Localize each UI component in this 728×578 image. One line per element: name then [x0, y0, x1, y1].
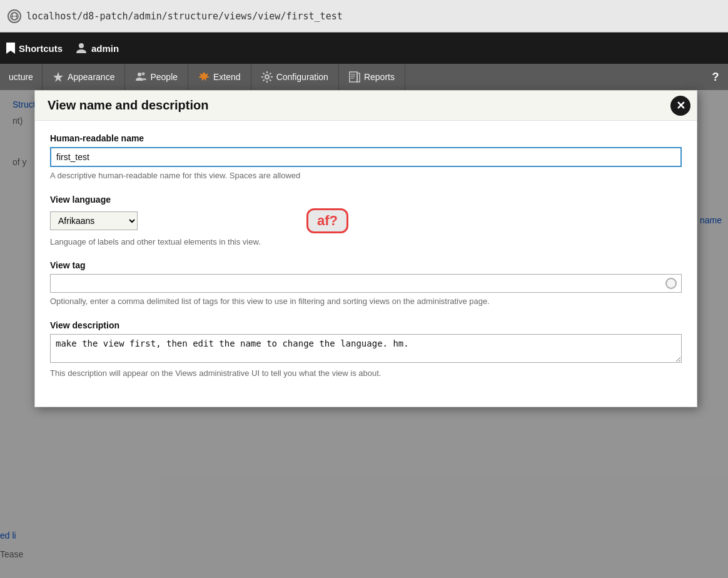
configuration-label: Configuration [276, 72, 328, 82]
nav-item-extend[interactable]: Extend [188, 64, 251, 90]
svg-rect-9 [357, 73, 360, 82]
help-button[interactable]: ? [703, 64, 728, 90]
extend-icon [198, 71, 210, 83]
admin-toolbar: Shortcuts admin [0, 33, 728, 64]
user-icon [75, 42, 88, 54]
view-description-label: View description [50, 320, 682, 330]
nav-item-structure[interactable]: ucture [0, 64, 43, 90]
admin-label: admin [91, 43, 119, 54]
reports-label: Reports [364, 72, 395, 82]
human-name-group: Human-readable name A descriptive human-… [50, 133, 682, 182]
bookmark-icon [6, 43, 15, 54]
language-badge-text: af? [317, 213, 338, 229]
svg-point-6 [142, 73, 145, 76]
extend-label: Extend [213, 72, 241, 82]
human-name-label: Human-readable name [50, 133, 682, 143]
modal-body: Human-readable name A descriptive human-… [35, 121, 697, 407]
view-description-help: This description will appear on the View… [50, 367, 682, 380]
structure-label: ucture [9, 72, 33, 82]
view-language-label: View language [50, 195, 682, 205]
view-language-group: View language Afrikaans English French G… [50, 195, 682, 248]
svg-point-5 [138, 73, 141, 76]
help-label: ? [712, 71, 719, 84]
view-tag-group: View tag Optionally, enter a comma delim… [50, 260, 682, 308]
address-bar[interactable]: localhost/d8-patch/admin/structure/views… [26, 11, 343, 22]
admin-menu-button[interactable]: admin [75, 42, 119, 54]
appearance-label: Appearance [68, 72, 115, 82]
view-language-select[interactable]: Afrikaans English French German Spanish [50, 211, 138, 230]
globe-icon [8, 9, 21, 23]
view-tag-input-row [50, 274, 682, 293]
shortcuts-label: Shortcuts [19, 43, 63, 54]
reports-icon [349, 71, 360, 83]
close-icon: ✕ [676, 99, 685, 113]
svg-rect-8 [350, 72, 357, 82]
browser-bar: localhost/d8-patch/admin/structure/views… [0, 0, 728, 33]
svg-marker-3 [6, 43, 15, 54]
svg-point-7 [265, 75, 269, 79]
view-description-group: View description make the view first, th… [50, 320, 682, 380]
nav-item-people[interactable]: People [125, 64, 188, 90]
view-description-textarea[interactable]: make the view first, then edit the name … [50, 334, 682, 363]
human-name-help: A descriptive human-readable name for th… [50, 170, 682, 182]
modal-overlay: View name and description ✕ Human-readab… [0, 90, 728, 578]
nav-item-configuration[interactable]: Configuration [251, 64, 339, 90]
modal-title: View name and description [48, 98, 665, 113]
appearance-icon [53, 71, 64, 83]
view-tag-help: Optionally, enter a comma delimited list… [50, 295, 682, 308]
view-tag-input[interactable] [50, 274, 682, 293]
config-icon [261, 71, 273, 83]
nav-item-appearance[interactable]: Appearance [43, 64, 126, 90]
shortcuts-button[interactable]: Shortcuts [6, 43, 63, 54]
tag-spinner-icon [665, 278, 677, 289]
view-language-help: Language of labels and other textual ele… [50, 236, 682, 248]
view-language-row: Afrikaans English French German Spanish … [50, 208, 682, 233]
view-tag-label: View tag [50, 260, 682, 270]
people-icon [135, 71, 146, 83]
human-name-input[interactable] [50, 147, 682, 167]
language-badge: af? [306, 208, 348, 233]
people-label: People [150, 72, 178, 82]
modal-dialog: View name and description ✕ Human-readab… [34, 90, 697, 407]
svg-point-4 [79, 43, 84, 48]
nav-item-reports[interactable]: Reports [339, 64, 405, 90]
modal-close-button[interactable]: ✕ [670, 96, 690, 116]
nav-bar: ucture Appearance People Extend Configur… [0, 64, 728, 90]
modal-header: View name and description ✕ [35, 91, 697, 121]
